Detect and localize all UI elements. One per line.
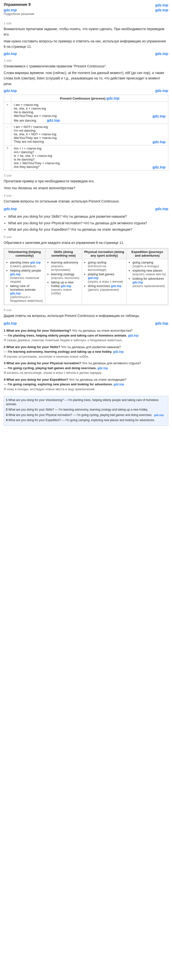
step-4: 4 шаг Составим вопросы по остальным этап… (4, 194, 168, 232)
step-4-gdz: gdz.top gdz.top (4, 206, 168, 212)
phys-item-2: playing ball games gdz.top (играть в игр… (88, 272, 125, 283)
step-5-header: 5 шаг (4, 235, 168, 239)
pc-row-plus: + I am + глагон-ing he, she, it + глагон… (4, 102, 168, 124)
exp-item-2: exploring new places (изучать новые мест… (132, 269, 166, 276)
phys-item-3: doing exercises gdz.top (делать упражнен… (88, 284, 125, 291)
physical-cell: going cycling (кататься на велосипеде) p… (82, 259, 127, 305)
col-physical: Physical recreation (doing any sport act… (82, 248, 127, 259)
detail-solution-label: Подробное решение (4, 12, 168, 16)
step-3-text: Прочитаем пример и при необходимости пер… (4, 178, 168, 184)
vol-item-1: planting trees gdz.top (сажать деревья) (10, 261, 43, 268)
step-5-text: Обратимся к занятиям для каждого этапа и… (4, 240, 168, 245)
pc-row-question: ? Am + I + глагон-ing Am I dancing? Is +… (4, 145, 168, 170)
step-6-header: 6 шаг (4, 308, 168, 312)
final-answer-4: 4 What are you doing for your Expedition… (6, 418, 166, 422)
step-3-example: Что ты делаешь на этапе волонтёрства? (4, 185, 168, 191)
step-1-gdz-banner: gdz.top gdz.top (4, 51, 168, 56)
step-1-header: 1 шаг (4, 21, 168, 25)
exp-item-1: going camping (ходить в походы) (132, 261, 166, 268)
step-3: 3 шаг Прочитаем пример и при необходимос… (4, 173, 168, 191)
skills-item-1: learning astronomy (изучать астрономию) (51, 261, 80, 272)
expedition-cell: going camping (ходить в походы) explorin… (127, 259, 168, 305)
col-skills: Skills (doing something new) (45, 248, 82, 259)
skills-item-2: learning zoology (изучать зоологию) (51, 272, 80, 280)
skills-cell: learning astronomy (изучать астрономию) … (45, 259, 82, 305)
step-2-gdz-banner: gdz.top gdz.top (4, 89, 168, 93)
pc-row-minus: - I am + NOT+ глагон-ing I'm not dancing… (4, 124, 168, 145)
final-answer-2: 2 What are you doing for your Skills? — … (6, 408, 166, 412)
main-table-container: Volunteering (helping community) Skills … (4, 248, 168, 305)
vol-item-3: taking care of homeless animals gdz.top … (10, 284, 43, 302)
step-2: 2 шаг Ознакомимся с грамматическим прави… (4, 59, 168, 171)
final-answer-3: 3 What are you doing for your Physical r… (6, 413, 166, 417)
pc-table-title: Present Continuous (process) gdz.top (11, 95, 168, 102)
step-3-header: 3 шаг (4, 173, 168, 177)
step-4-q1: What are you doing for your Skills? Что … (8, 214, 168, 219)
exercise-title: Упражнение 9 (4, 2, 31, 7)
step-6: 6 шаг Дадим ответы на вопросы, используя… (4, 308, 168, 391)
present-continuous-table: Present Continuous (process) gdz.top + I… (4, 95, 168, 170)
col-expedition: Expedition (journeys and adventures) (127, 248, 168, 259)
pc-table-header-row: Present Continuous (process) gdz.top (4, 95, 168, 102)
step-4-q2: What are you doing for your Physical rec… (8, 220, 168, 226)
step-5: 5 шаг Обратимся к занятиям для каждого э… (4, 235, 168, 305)
gdz-top-header-right: gdz.top (155, 3, 168, 7)
volunteering-cell: planting trees gdz.top (сажать деревья) … (4, 259, 45, 305)
table-header-row: Volunteering (helping community) Skills … (4, 248, 168, 259)
answer-item-2: 2 What are you doing for your Skills? Чт… (4, 345, 168, 359)
step-4-header: 4 шаг (4, 194, 168, 197)
answer-item-3: 3 What are you doing for your Physical r… (4, 361, 168, 375)
step-2-markers-note: Слова-маркеры времени: now (сейчас), at … (4, 70, 168, 86)
answers-container: 1 What are you doing for your Volunteeri… (4, 328, 168, 391)
step-4-questions-list: What are you doing for your Skills? Что … (4, 214, 168, 232)
main-activity-table: Volunteering (helping community) Skills … (4, 248, 168, 305)
step-1: 1 шаг Внимательно прочитаем задание, что… (4, 21, 168, 56)
vol-item-2: helping elderly people gdz.top (помогать… (10, 269, 43, 283)
phys-item-1: going cycling (кататься на велосипеде) (88, 261, 125, 272)
exercise-header: Упражнение 9 gdz.top gdz.top gdz.top Под… (4, 2, 168, 16)
skills-item-3: taking up a new hobby gdz.top (начать но… (51, 280, 80, 295)
step-2-text1: Ознакомимся с грамматическим правилом "P… (4, 64, 168, 69)
final-answer-box: 1 What are you doing for your Volunteeri… (4, 396, 168, 426)
step-1-text2: Нам нужно составить вопросы по примеру и… (4, 38, 168, 49)
step-4-text: Составим вопросы по остальным этапам, ис… (4, 199, 168, 204)
col-volunteering: Volunteering (helping community) (4, 248, 45, 259)
gdz-top-header-left: gdz.top (4, 8, 17, 12)
step-6-text: Дадим ответы на вопросы, используя Prese… (4, 313, 168, 318)
gdz-top-header-center: gdz.top (155, 8, 168, 12)
final-answer-1: 1 What are you doing for your Volunteeri… (6, 398, 166, 406)
answer-item-4: 4 What are you doing for your Expedition… (4, 377, 168, 392)
step-6-gdz: gdz.top gdz.top (4, 320, 168, 326)
exp-item-3: looking for adventures gdz.top (искать п… (132, 277, 166, 288)
step-1-text1: Внимательно прочитаем задание, чтобы пон… (4, 26, 168, 37)
step-4-q3: What are you doing for your Expedition? … (8, 227, 168, 232)
table-data-row: planting trees gdz.top (сажать деревья) … (4, 259, 168, 305)
answer-item-1: 1 What are you doing for your Volunteeri… (4, 328, 168, 343)
step-2-header: 2 шаг (4, 59, 168, 62)
